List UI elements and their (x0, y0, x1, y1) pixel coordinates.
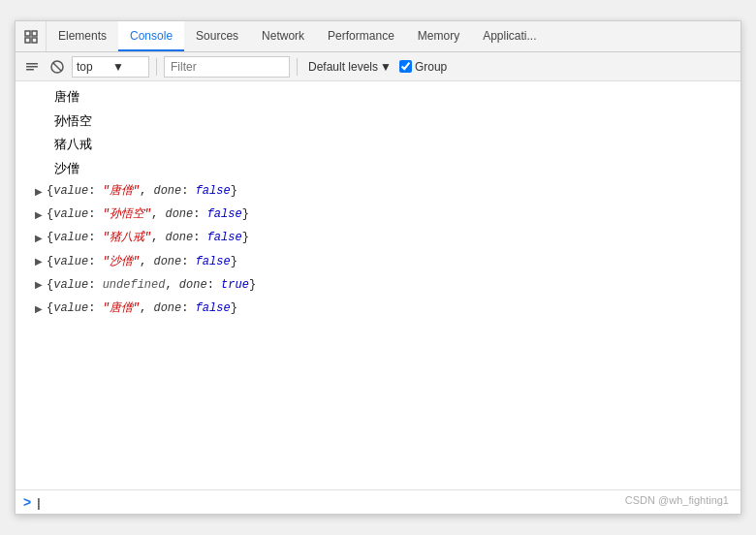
console-object-line[interactable]: ▶ {value: "孙悟空", done: false} (16, 204, 740, 227)
tab-elements[interactable]: Elements (47, 21, 118, 51)
expand-arrow-icon: ▶ (35, 207, 43, 223)
tab-network[interactable]: Network (250, 21, 316, 51)
svg-rect-0 (25, 31, 30, 36)
svg-rect-1 (32, 31, 37, 36)
group-label: Group (415, 60, 447, 74)
tab-memory[interactable]: Memory (406, 21, 471, 51)
console-text-line: 沙僧 (16, 157, 740, 181)
console-prompt: > (23, 494, 31, 510)
svg-rect-2 (25, 38, 30, 43)
object-text: {value: "猪八戒", done: false} (47, 229, 249, 247)
object-text: {value: "唐僧", done: false} (47, 299, 237, 318)
expand-arrow-icon: ▶ (35, 277, 43, 293)
svg-rect-4 (26, 63, 38, 65)
object-text: {value: "孙悟空", done: false} (47, 205, 249, 224)
expand-arrow-icon: ▶ (35, 301, 43, 317)
console-object-line[interactable]: ▶ {value: "唐僧", done: false} (16, 180, 740, 204)
tab-application[interactable]: Applicati... (471, 21, 548, 51)
svg-rect-6 (26, 69, 34, 71)
console-output: 唐僧 孙悟空 猪八戒 沙僧 ▶ {value: "唐僧", done: fals… (16, 81, 740, 489)
tab-console[interactable]: Console (118, 21, 184, 51)
toolbar-divider-2 (297, 58, 298, 76)
inspector-icon[interactable] (16, 21, 47, 51)
svg-line-8 (53, 63, 61, 71)
toolbar-divider (156, 58, 157, 76)
console-text-line: 孙悟空 (16, 110, 740, 134)
default-levels-button[interactable]: Default levels ▼ (304, 56, 395, 78)
filter-input[interactable] (164, 56, 290, 78)
console-toolbar: top ▼ Default levels ▼ Group (16, 52, 740, 81)
svg-rect-5 (26, 66, 38, 68)
tab-sources[interactable]: Sources (184, 21, 250, 51)
console-text-line: 唐僧 (16, 85, 740, 110)
context-value: top (77, 60, 109, 74)
watermark: CSDN @wh_fighting1 (625, 494, 729, 506)
group-similar-checkbox-wrap[interactable]: Group (399, 60, 447, 74)
expand-arrow-icon: ▶ (35, 254, 43, 269)
clear-console-button[interactable] (21, 56, 43, 78)
devtools-window: Elements Console Sources Network Perform… (15, 20, 741, 515)
object-text: {value: "沙僧", done: false} (47, 253, 237, 271)
svg-rect-3 (32, 38, 37, 43)
tab-bar: Elements Console Sources Network Perform… (16, 21, 740, 52)
tab-performance[interactable]: Performance (316, 21, 406, 51)
console-object-line[interactable]: ▶ {value: "猪八戒", done: false} (16, 227, 740, 250)
console-text-line: 猪八戒 (16, 133, 740, 157)
default-levels-label: Default levels (308, 60, 378, 74)
object-text: {value: "唐僧", done: false} (47, 182, 237, 201)
group-similar-checkbox[interactable] (399, 60, 412, 73)
expand-arrow-icon: ▶ (35, 184, 43, 200)
context-arrow: ▼ (112, 60, 144, 74)
levels-arrow-icon: ▼ (380, 60, 392, 74)
context-selector[interactable]: top ▼ (72, 56, 149, 78)
expand-arrow-icon: ▶ (35, 231, 43, 246)
console-object-line[interactable]: ▶ {value: "沙僧", done: false} (16, 251, 740, 274)
object-text: {value: undefined, done: true} (47, 276, 256, 295)
console-object-line[interactable]: ▶ {value: "唐僧", done: false} (16, 298, 740, 321)
console-object-line[interactable]: ▶ {value: undefined, done: true} (16, 274, 740, 298)
console-caret: | (37, 495, 40, 510)
stop-button[interactable] (47, 56, 68, 78)
